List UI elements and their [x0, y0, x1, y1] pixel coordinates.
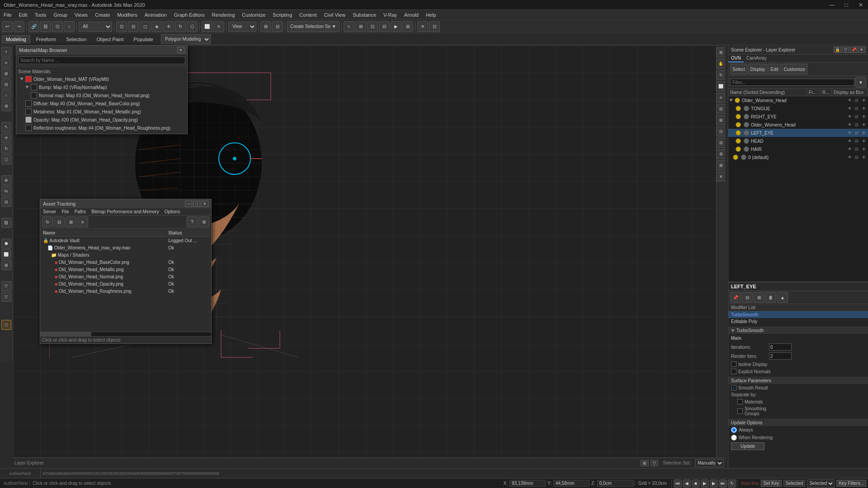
at-col-name[interactable]: Name	[41, 230, 165, 237]
asset-tracking-titlebar[interactable]: Asset Tracking — □ ✕	[40, 199, 211, 208]
menu-group[interactable]: Group	[50, 11, 71, 19]
tree-item-head[interactable]: HEAD 👁 ⊟ ❄	[728, 137, 868, 145]
tree-render-tongue[interactable]: ⊟	[854, 105, 860, 112]
update-button[interactable]: Update	[731, 442, 764, 450]
surface-params-title[interactable]: Surface Parameters	[728, 377, 868, 384]
tree-vis-left-eye[interactable]: 👁	[846, 130, 853, 136]
se-filter-options[interactable]: ▼	[855, 77, 866, 88]
tree-render-head[interactable]: ⊟	[854, 138, 860, 144]
at-row-basecolor[interactable]: ■ Old_Woman_Head_BaseColor.png Ok	[41, 259, 210, 266]
at-table-button[interactable]: ⊞	[66, 216, 76, 227]
isoline-checkbox[interactable]	[731, 361, 736, 367]
se-customize-tab[interactable]: Customize	[782, 64, 807, 75]
se-col-r[interactable]: R...	[821, 89, 832, 96]
se-filter-button[interactable]: ▽	[842, 47, 849, 53]
tree-freeze-root[interactable]: ❄	[861, 97, 867, 103]
tree-render-root[interactable]: ⊟	[854, 97, 860, 103]
se-tab-camarray[interactable]: CamArray	[744, 55, 769, 62]
menu-substance[interactable]: Substance	[349, 11, 380, 19]
tab-modeling[interactable]: Modeling	[2, 35, 30, 43]
at-row-vault[interactable]: 🔒 Autodesk Vault Logged Out ...	[41, 238, 210, 244]
vp-zoom-button[interactable]: ⊞	[716, 47, 726, 57]
iterations-input[interactable]	[769, 343, 792, 351]
tree-vis-head[interactable]: 👁	[846, 138, 853, 144]
tree-item-default[interactable]: 0 (default) 👁 ⊟ ❄	[728, 153, 868, 161]
menu-file[interactable]: File	[0, 11, 15, 19]
menu-rendering[interactable]: Rendering	[208, 11, 239, 19]
le-selection-set-dropdown[interactable]: Manually	[695, 459, 724, 467]
play-button[interactable]: ▶	[701, 479, 709, 488]
prop-title-ts[interactable]: TurboSmooth	[728, 327, 868, 334]
play-prev-button[interactable]: ⏮	[674, 479, 682, 488]
tree-freeze-head[interactable]: ❄	[861, 138, 867, 144]
create-tool[interactable]: +	[1, 47, 11, 57]
timeline[interactable]: 475 480 485 490 495 500 505 510 515 520 …	[41, 468, 868, 478]
at-col-status[interactable]: Status	[166, 230, 210, 237]
tree-freeze-left-eye[interactable]: ❄	[861, 130, 867, 136]
minimize-button[interactable]: —	[825, 0, 839, 10]
ik-tool[interactable]: ⛓	[1, 218, 11, 228]
menu-scripting[interactable]: Scripting	[269, 11, 296, 19]
at-menu-server[interactable]: Server	[40, 208, 59, 215]
motion-button[interactable]: ⊟	[272, 21, 283, 32]
move-tool[interactable]: ✛	[1, 133, 11, 143]
select-tool[interactable]: ↖	[1, 122, 11, 132]
tab-object-paint[interactable]: Object Paint	[93, 35, 128, 43]
link-button[interactable]: 🔗	[28, 21, 39, 32]
filter-tool[interactable]: ▽	[1, 281, 11, 291]
xform-button[interactable]: ✕	[417, 21, 428, 32]
vp-extra8[interactable]: ✕	[716, 172, 726, 182]
key-filters-button[interactable]: Key Filters...	[836, 480, 866, 487]
modify-tool[interactable]: ≡	[1, 58, 11, 68]
tree-vis-default[interactable]: 👁	[846, 154, 853, 160]
at-row-roughness[interactable]: ■ Old_Woman_Head_Roughness.png Ok	[41, 288, 210, 295]
mb-item-5[interactable]: Opacity: Map #20 (Old_Woman_Head_Opacity…	[18, 116, 185, 124]
scale-button[interactable]: ⬡	[187, 21, 198, 32]
motion-tool[interactable]: ⊟	[1, 80, 11, 89]
menu-customize[interactable]: Customize	[238, 11, 269, 19]
le-filter-button[interactable]: ▽	[651, 460, 658, 466]
filter2-tool[interactable]: ▽	[1, 292, 11, 302]
when-rendering-radio[interactable]	[731, 435, 737, 441]
utilities-tool[interactable]: ⚙	[1, 101, 11, 111]
at-refresh-button[interactable]: ↻	[42, 216, 53, 227]
le-expand-button[interactable]: ⊞	[641, 460, 649, 466]
vp-extra4[interactable]: ⊡	[716, 127, 726, 136]
menu-modifiers[interactable]: Modifiers	[113, 11, 141, 19]
rotate-tool[interactable]: ↻	[1, 144, 11, 154]
se-lock-button[interactable]: 🔒	[834, 47, 841, 53]
vp-extra6[interactable]: ⚙	[716, 149, 726, 159]
mb-item-2[interactable]: Normal map: Map #3 (Old_Woman_Head_Norma…	[18, 91, 185, 99]
smooth-result-checkbox[interactable]: ✓	[731, 385, 736, 390]
smoothing-groups-checkbox[interactable]	[737, 408, 743, 414]
at-row-opacity[interactable]: ■ Old_Woman_Head_Opacity.png Ok	[41, 281, 210, 287]
tree-freeze-right-eye[interactable]: ❄	[861, 113, 867, 120]
tree-vis-tongue[interactable]: 👁	[846, 105, 853, 112]
percent-snap[interactable]: %	[1, 186, 11, 196]
menu-edit[interactable]: Edit	[15, 11, 31, 19]
tree-vis-owh[interactable]: 👁	[846, 122, 853, 128]
schematic-button[interactable]: ⊞	[355, 21, 366, 32]
tab-populate[interactable]: Populate	[129, 35, 157, 43]
mod-up-button[interactable]: ▲	[777, 292, 788, 303]
render-button[interactable]: ▶	[391, 21, 401, 32]
menu-tools[interactable]: Tools	[31, 11, 50, 19]
modifier-turboshoot[interactable]: TurboSmooth	[728, 311, 868, 318]
vp-extra7[interactable]: ⊞	[716, 160, 726, 170]
at-row-file[interactable]: 📄 Older_Womens_Head_max_vray.max Ok	[41, 245, 210, 251]
at-menu-options[interactable]: Options	[162, 208, 183, 215]
menu-graph-editors[interactable]: Graph Editors	[170, 11, 208, 19]
material-browser-titlebar[interactable]: Material/Map Browser ✕	[16, 46, 187, 55]
at-copy-button[interactable]: ⊟	[54, 216, 65, 227]
vp-orbit-button[interactable]: ↻	[716, 70, 726, 80]
loop-button[interactable]: ↻	[728, 479, 736, 488]
tree-render-hair[interactable]: ⊟	[854, 146, 860, 152]
mb-item-6[interactable]: Reflection roughness: Map #4 (Old_Woman_…	[18, 124, 185, 132]
tree-freeze-hair[interactable]: ❄	[861, 146, 867, 152]
tree-item-root[interactable]: Older_Womens_Head 👁 ⊟ ❄	[728, 96, 868, 104]
update-options-title[interactable]: Update Options	[728, 419, 868, 426]
outliner-nest-text[interactable]: outlinerNest	[9, 471, 31, 476]
tree-item-tongue[interactable]: TONGUE 👁 ⊟ ❄	[728, 104, 868, 113]
at-help-button[interactable]: ?	[187, 216, 198, 227]
tree-render-left-eye[interactable]: ⊟	[854, 130, 860, 136]
